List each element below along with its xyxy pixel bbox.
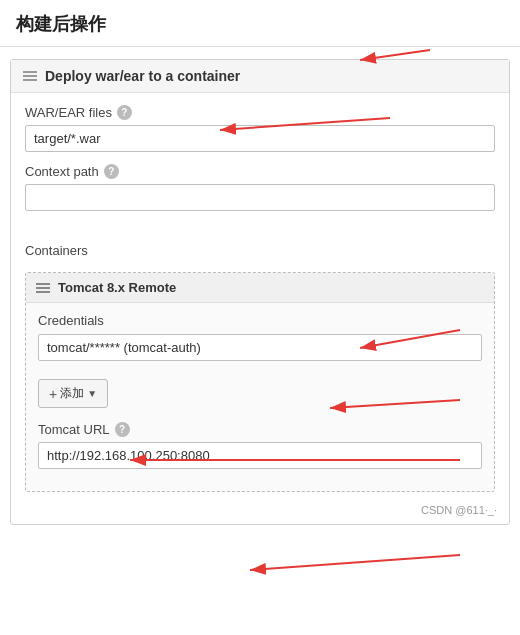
war-ear-field-group: WAR/EAR files ?	[25, 105, 495, 152]
context-path-label-row: Context path ?	[25, 164, 495, 179]
war-ear-label-row: WAR/EAR files ?	[25, 105, 495, 120]
context-path-help-icon[interactable]: ?	[104, 164, 119, 179]
credentials-field-group: Credentials	[38, 313, 482, 361]
tomcat-url-label: Tomcat URL	[38, 422, 110, 437]
drag-icon	[23, 71, 37, 81]
credentials-input[interactable]	[38, 334, 482, 361]
tomcat-inner-body: Credentials + 添加 ▼ Tomcat URL ?	[26, 303, 494, 491]
add-plus-icon: +	[49, 386, 57, 402]
deploy-section-title: Deploy war/ear to a container	[45, 68, 240, 84]
tomcat-drag-icon	[36, 283, 50, 293]
deploy-section-header: Deploy war/ear to a container	[11, 60, 509, 93]
context-path-input[interactable]	[25, 184, 495, 211]
credentials-label: Credentials	[38, 313, 482, 328]
add-button-label: 添加	[60, 385, 84, 402]
containers-label: Containers	[11, 235, 509, 264]
dropdown-arrow-icon: ▼	[87, 388, 97, 399]
add-button[interactable]: + 添加 ▼	[38, 379, 108, 408]
war-ear-help-icon[interactable]: ?	[117, 105, 132, 120]
page-title: 构建后操作	[0, 0, 520, 47]
svg-line-6	[250, 555, 460, 570]
tomcat-inner-card: Tomcat 8.x Remote Credentials + 添加 ▼	[25, 272, 495, 492]
tomcat-inner-header: Tomcat 8.x Remote	[26, 273, 494, 303]
deploy-section-body: WAR/EAR files ? Context path ?	[11, 93, 509, 235]
tomcat-section-title: Tomcat 8.x Remote	[58, 280, 176, 295]
tomcat-url-field-group: Tomcat URL ?	[38, 422, 482, 469]
tomcat-url-help-icon[interactable]: ?	[115, 422, 130, 437]
war-ear-input[interactable]	[25, 125, 495, 152]
context-path-label: Context path	[25, 164, 99, 179]
page-wrapper: 构建后操作 Deploy war/ear to a container WAR/…	[0, 0, 520, 525]
watermark: CSDN @611·_·	[421, 504, 497, 516]
context-path-field-group: Context path ?	[25, 164, 495, 211]
tomcat-url-label-row: Tomcat URL ?	[38, 422, 482, 437]
war-ear-label: WAR/EAR files	[25, 105, 112, 120]
tomcat-url-input[interactable]	[38, 442, 482, 469]
deploy-section-card: Deploy war/ear to a container WAR/EAR fi…	[10, 59, 510, 525]
